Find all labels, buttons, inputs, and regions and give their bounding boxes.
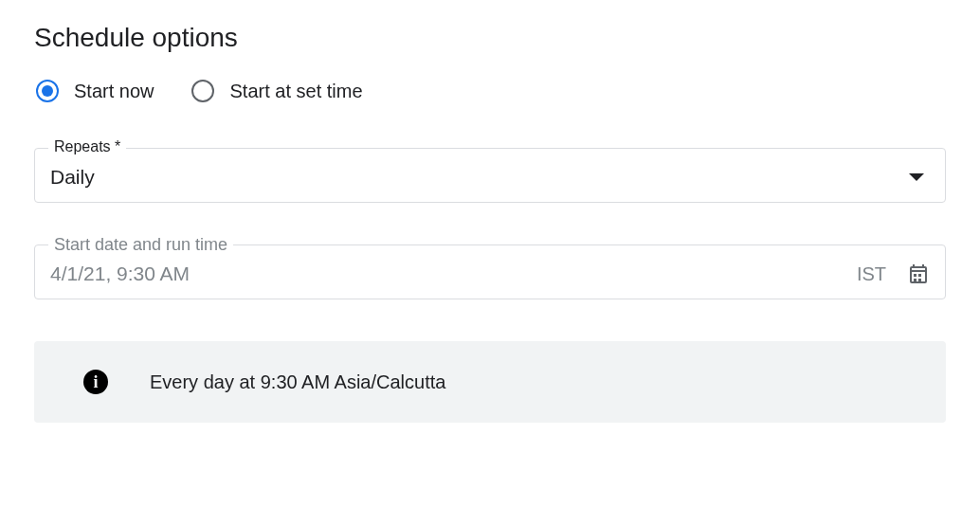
radio-selected-icon (36, 80, 59, 102)
radio-start-set-time-label: Start at set time (229, 81, 362, 102)
section-title: Schedule options (34, 23, 946, 53)
repeats-legend: Repeats * (48, 138, 126, 155)
repeats-select[interactable]: Repeats * Daily (34, 148, 946, 203)
radio-start-now-label: Start now (74, 81, 154, 102)
radio-start-set-time[interactable]: Start at set time (191, 80, 362, 102)
start-datetime-legend: Start date and run time (48, 235, 233, 255)
repeats-value: Daily (50, 166, 95, 189)
info-icon: i (83, 370, 108, 394)
chevron-down-icon (909, 173, 924, 181)
timezone-label: IST (857, 263, 886, 285)
schedule-summary-banner: i Every day at 9:30 AM Asia/Calcutta (34, 341, 946, 423)
start-mode-radio-group: Start now Start at set time (34, 80, 946, 102)
calendar-icon[interactable] (907, 262, 930, 285)
schedule-summary-text: Every day at 9:30 AM Asia/Calcutta (150, 371, 445, 393)
start-datetime-field[interactable]: Start date and run time 4/1/21, 9:30 AM … (34, 244, 946, 299)
radio-unselected-icon (191, 80, 214, 102)
radio-start-now[interactable]: Start now (36, 80, 154, 102)
start-datetime-value: 4/1/21, 9:30 AM (50, 262, 190, 285)
